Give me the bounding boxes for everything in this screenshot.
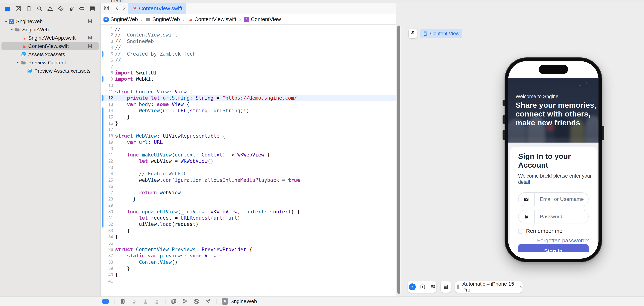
code-line-19[interactable]: var url: URL xyxy=(115,139,163,145)
device-settings-group xyxy=(441,281,451,292)
toggles-icon[interactable] xyxy=(194,298,200,304)
code-line-36[interactable]: struct ContentView_Previews: PreviewProv… xyxy=(115,246,252,252)
device-picker[interactable]: Automatic – iPhone 15 Pro xyxy=(455,281,522,292)
sign-in-button[interactable]: Sign In xyxy=(518,244,588,252)
code-line-11[interactable]: struct ContentView: View { xyxy=(115,88,193,95)
tags-navigator-icon[interactable] xyxy=(78,5,86,12)
code-line-22[interactable]: let webView = WKWebView() xyxy=(115,158,214,164)
tree-item-snginewebapp-swift[interactable]: SngineWebApp.swiftM xyxy=(2,34,99,42)
code-line-33[interactable]: } xyxy=(115,228,130,234)
forgotten-password-link[interactable]: Forgotten password? xyxy=(537,238,589,244)
code-line-2[interactable]: // ContentView.swift xyxy=(115,32,178,38)
related-items-icon[interactable] xyxy=(104,5,111,12)
assets-icon xyxy=(26,68,32,74)
code-line-1[interactable]: // xyxy=(115,26,121,32)
breadcrumb-sngineweb[interactable]: SngineWeb xyxy=(146,16,180,22)
device-stack-icon xyxy=(423,31,428,36)
code-line-34[interactable]: } xyxy=(115,234,118,240)
line-number: 36 xyxy=(100,246,113,252)
password-field[interactable]: Password xyxy=(518,210,588,224)
back-icon[interactable] xyxy=(114,5,121,12)
tree-item-preview-assets-xcassets[interactable]: Preview Assets.xcassets xyxy=(2,67,99,75)
forward-icon[interactable] xyxy=(121,5,128,12)
nav-arrow-icon[interactable] xyxy=(205,298,211,304)
divider xyxy=(114,299,114,304)
screenshot-navigator-icon[interactable] xyxy=(15,5,22,12)
envelope-icon xyxy=(518,193,535,206)
disclosure-chevron-icon[interactable] xyxy=(4,20,8,23)
columns-icon[interactable] xyxy=(120,298,126,304)
node-graph-icon[interactable] xyxy=(182,298,188,304)
code-line-24[interactable]: // Enable WebRTC. xyxy=(115,170,190,177)
reports-navigator-icon[interactable] xyxy=(89,5,96,12)
running-project-label: SngineWeb xyxy=(230,298,257,304)
preview-tab-content-view[interactable]: Content View xyxy=(420,29,462,38)
code-line-38[interactable]: ContentView() xyxy=(115,259,178,265)
code-line-9[interactable]: import WebKit xyxy=(115,76,154,82)
code-line-21[interactable]: func makeUIView(context: Context) -> WKW… xyxy=(115,152,270,158)
code-line-5[interactable]: // Created by Zamblek Tech xyxy=(115,51,196,57)
code-line-12[interactable]: private let urlString: String = "https:/… xyxy=(115,95,300,101)
code-line-4[interactable]: // xyxy=(115,44,121,51)
code-line-14[interactable]: WebView(url: URL(string: urlString)!) xyxy=(115,108,249,114)
selectable-mode-icon[interactable] xyxy=(420,284,426,290)
code-line-39[interactable]: } xyxy=(115,265,130,272)
code-line-16[interactable]: } xyxy=(115,120,118,126)
code-line-13[interactable]: var body: some View { xyxy=(115,101,190,108)
pin-preview-button[interactable] xyxy=(408,29,417,38)
code-line-18[interactable]: struct WebView: UIViewRepresentable { xyxy=(115,133,226,139)
code-line-40[interactable]: } xyxy=(115,272,118,278)
line-number: 1 xyxy=(100,26,113,32)
breadcrumb-label: ContentView.swift xyxy=(194,16,236,22)
divider xyxy=(216,299,216,304)
disclosure-chevron-icon[interactable] xyxy=(16,61,20,64)
code-line-31[interactable]: let request = URLRequest(url: url) xyxy=(115,215,240,221)
tree-item-sngineweb[interactable]: ASngineWebM xyxy=(2,17,99,26)
search-navigator-icon[interactable] xyxy=(36,5,43,12)
preview-tab-label: Content View xyxy=(430,31,460,36)
tree-item-sngineweb[interactable]: SngineWeb xyxy=(2,26,99,34)
email-field[interactable]: Email or Username xyxy=(518,192,588,206)
code-editor[interactable]: 1234567891011121314151617181920212223242… xyxy=(100,25,396,296)
chevron-down-icon xyxy=(518,284,522,290)
tree-item-label: Assets.xcassets xyxy=(28,52,65,58)
variants-mode-icon[interactable] xyxy=(430,284,436,290)
code-line-32[interactable]: uiView.load(request) xyxy=(115,221,198,227)
issues-navigator-icon[interactable] xyxy=(46,5,54,12)
breadcrumb-contentview[interactable]: SContentView xyxy=(244,16,281,22)
tree-item-preview-content[interactable]: Preview Content xyxy=(2,58,99,67)
breadcrumb-sngineweb[interactable]: ASngineWeb xyxy=(104,16,138,22)
code-line-8[interactable]: import SwiftUI xyxy=(115,70,157,76)
code-line-30[interactable]: func updateUIView(_ uiView: WKWebView, c… xyxy=(115,208,300,215)
bookmarks-navigator-icon[interactable] xyxy=(25,5,33,12)
tree-item-assets-xcassets[interactable]: Assets.xcassets xyxy=(2,50,99,58)
line-number: 10 xyxy=(100,82,113,88)
editor-pill-icon[interactable] xyxy=(102,299,109,304)
debug-navigator-icon[interactable] xyxy=(68,5,75,12)
phone-power-button xyxy=(602,126,604,140)
divider xyxy=(165,299,166,304)
disclosure-chevron-icon[interactable] xyxy=(10,28,14,32)
layers-icon[interactable] xyxy=(171,298,177,304)
tab-contentview-swift[interactable]: ContentView.swift xyxy=(128,3,186,14)
code-line-25[interactable]: webView.configuration.allowsInlineMediaP… xyxy=(115,177,300,183)
editor-scrollbar-thumb[interactable] xyxy=(398,26,400,294)
tests-navigator-icon[interactable] xyxy=(57,5,64,12)
app-chip-icon[interactable]: ASngineWeb xyxy=(222,298,257,305)
breadcrumb-contentview-swift[interactable]: ContentView.swift xyxy=(187,16,236,22)
code-line-6[interactable]: // xyxy=(115,57,121,63)
iphone-preview-frame: Welcome to Sngine Share your memories, c… xyxy=(504,58,602,262)
project-navigator-icon[interactable] xyxy=(4,5,12,12)
breadcrumb-label: SngineWeb xyxy=(152,16,180,22)
tree-item-contentview-swift[interactable]: ContentView.swiftM xyxy=(2,42,99,50)
code-line-37[interactable]: static var previews: some View { xyxy=(115,252,222,259)
code-line-15[interactable]: } xyxy=(115,114,130,120)
code-line-27[interactable]: return webView xyxy=(115,190,181,196)
code-line-3[interactable]: // SngineWeb xyxy=(115,38,154,44)
code-line-28[interactable]: } xyxy=(115,196,136,202)
source-change-bar xyxy=(102,95,104,101)
remember-me-checkbox[interactable] xyxy=(518,228,523,234)
live-preview-button[interactable] xyxy=(409,284,416,290)
device-settings-icon[interactable] xyxy=(443,284,449,290)
line-number: 4 xyxy=(100,44,113,51)
